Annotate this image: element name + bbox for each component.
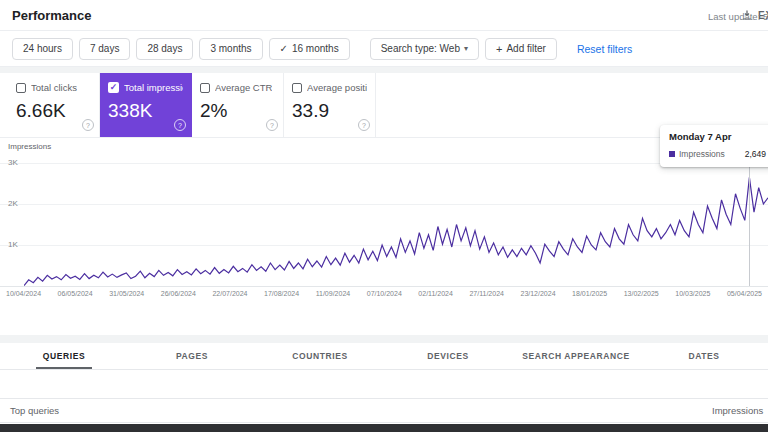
help-icon[interactable]: ?	[82, 119, 94, 131]
date-range-chip-3-months[interactable]: 3 months	[199, 38, 262, 60]
y-axis-tick: 2K	[8, 199, 18, 208]
chip-label: Search type: Web	[381, 43, 460, 54]
date-range-chip-7-days[interactable]: 7 days	[79, 38, 130, 60]
x-axis-tick: 13/02/2025	[624, 290, 659, 297]
date-range-chip-28-days[interactable]: 28 days	[136, 38, 193, 60]
add-filter-chip[interactable]: + Add filter	[485, 38, 557, 60]
metric-label: Total clicks	[31, 82, 77, 93]
impressions-swatch-icon	[669, 151, 675, 157]
x-axis-tick: 31/05/2024	[109, 290, 144, 297]
x-axis-tick: 07/10/2024	[367, 290, 402, 297]
tab-search-appearance[interactable]: SEARCH APPEARANCE	[512, 343, 640, 369]
metric-card-total-clicks[interactable]: Total clicks 6.66K ?	[8, 73, 100, 137]
metric-label: Total impressions	[124, 82, 183, 93]
x-axis-tick: 17/08/2024	[264, 290, 299, 297]
search-type-chip[interactable]: Search type: Web ▾	[370, 38, 479, 60]
x-axis-tick: 11/09/2024	[316, 290, 351, 297]
page-title: Performance	[12, 8, 91, 23]
x-axis-tick: 05/04/2025	[727, 290, 762, 297]
help-icon[interactable]: ?	[358, 119, 370, 131]
tab-countries[interactable]: COUNTRIES	[256, 343, 384, 369]
metric-label: Average position	[307, 82, 367, 93]
hover-indicator-line	[749, 160, 750, 286]
y-axis-tick: 1K	[8, 240, 18, 249]
queries-table-header: Top queries Impressions	[0, 398, 768, 423]
checkbox-total-impressions-checked[interactable]: ✓	[108, 82, 119, 93]
x-axis-labels: 10/04/202406/05/202431/05/202426/06/2024…	[6, 290, 762, 297]
date-range-chip-24-hours[interactable]: 24 hours	[12, 38, 73, 60]
chart-tooltip: Monday 7 Apr Impressions 2,649	[660, 125, 768, 167]
chip-label: 16 months	[292, 43, 339, 54]
x-axis-tick: 10/04/2024	[6, 290, 41, 297]
metric-value: 33.9	[292, 100, 367, 122]
metric-value: 338K	[108, 100, 183, 122]
metric-card-average-ctr[interactable]: Average CTR 2% ?	[192, 73, 284, 137]
last-update-text: Last update: 5 hours ago	[708, 11, 768, 22]
bottom-bar	[0, 424, 768, 432]
help-icon[interactable]: ?	[174, 119, 186, 131]
x-axis-tick: 23/12/2024	[521, 290, 556, 297]
filter-bar: 24 hours 7 days 28 days 3 months ✓ 16 mo…	[0, 31, 768, 67]
column-header-impressions: Impressions	[712, 405, 763, 416]
date-range-chip-16-months-selected[interactable]: ✓ 16 months	[269, 38, 350, 60]
y-axis-tick: 3K	[8, 158, 18, 167]
metric-value: 2%	[200, 100, 275, 122]
dimension-tabs: QUERIES PAGES COUNTRIES DEVICES SEARCH A…	[0, 343, 768, 370]
column-header-top-queries: Top queries	[10, 405, 59, 416]
chip-label: 7 days	[90, 43, 119, 54]
tab-queries[interactable]: QUERIES	[0, 343, 128, 369]
chip-label: 24 hours	[23, 43, 62, 54]
page-header: Performance EXPORT	[0, 0, 768, 31]
chip-label: 3 months	[210, 43, 251, 54]
tab-pages[interactable]: PAGES	[128, 343, 256, 369]
help-icon[interactable]: ?	[266, 119, 278, 131]
chevron-down-icon: ▾	[464, 44, 468, 53]
metric-cards-row: Total clicks 6.66K ? ✓ Total impressions…	[0, 73, 768, 138]
x-axis-tick: 27/11/2024	[469, 290, 504, 297]
tab-devices[interactable]: DEVICES	[384, 343, 512, 369]
chip-label: 28 days	[147, 43, 182, 54]
tooltip-value: 2,649	[745, 149, 766, 159]
x-axis-tick: 26/06/2024	[161, 290, 196, 297]
chip-label: Add filter	[506, 43, 545, 54]
x-axis-tick: 10/03/2025	[675, 290, 710, 297]
x-axis-tick: 22/07/2024	[212, 290, 247, 297]
metric-card-total-impressions[interactable]: ✓ Total impressions 338K ?	[100, 73, 192, 137]
x-axis-tick: 06/05/2024	[58, 290, 93, 297]
section-divider	[0, 335, 768, 343]
reset-filters-link[interactable]: Reset filters	[577, 43, 632, 55]
tooltip-date: Monday 7 Apr	[669, 131, 766, 142]
metric-card-average-position[interactable]: Average position 33.9 ?	[284, 73, 376, 137]
tooltip-series-label: Impressions	[679, 149, 725, 159]
metric-label: Average CTR	[215, 82, 272, 93]
x-axis-tick: 02/11/2024	[418, 290, 453, 297]
x-axis-tick: 18/01/2025	[572, 290, 607, 297]
impressions-line-svg[interactable]	[24, 138, 768, 288]
tab-dates[interactable]: DATES	[640, 343, 768, 369]
checkbox-total-clicks[interactable]	[16, 83, 26, 93]
metric-value: 6.66K	[16, 100, 91, 122]
plus-icon: +	[496, 43, 502, 55]
checkbox-average-position[interactable]	[292, 83, 302, 93]
check-icon: ✓	[280, 43, 288, 54]
checkbox-average-ctr[interactable]	[200, 83, 210, 93]
impressions-chart[interactable]: Impressions 3K 2K 1K 10/04/202406/05/202…	[0, 138, 768, 308]
